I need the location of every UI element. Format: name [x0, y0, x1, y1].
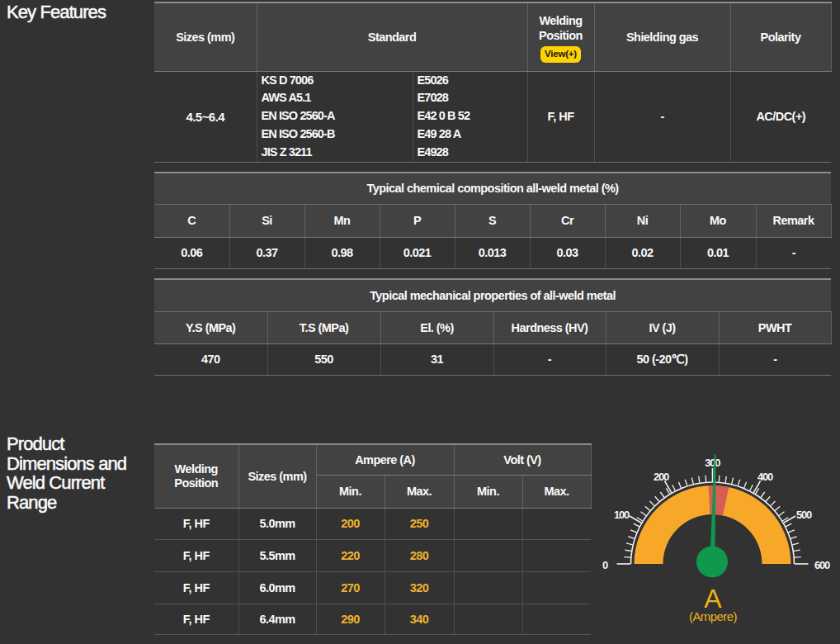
svg-text:0: 0: [602, 559, 608, 571]
svg-text:500: 500: [796, 509, 812, 521]
svg-text:300: 300: [705, 457, 720, 469]
svg-text:200: 200: [654, 471, 669, 483]
svg-text:100: 100: [614, 509, 630, 521]
svg-text:400: 400: [757, 471, 773, 483]
svg-text:600: 600: [814, 559, 830, 571]
svg-text:(Ampere): (Ampere): [689, 609, 738, 623]
